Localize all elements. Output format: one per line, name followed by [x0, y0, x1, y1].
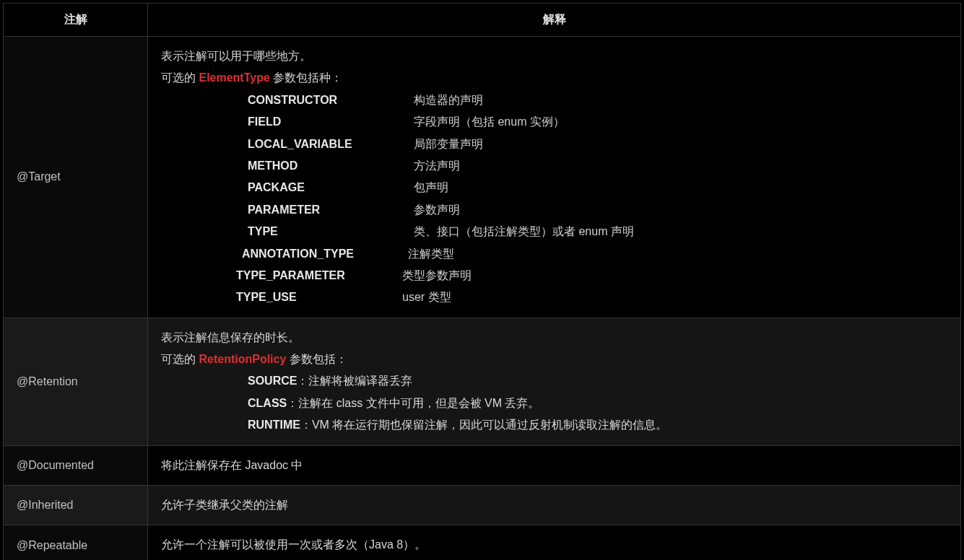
- param-item: RUNTIME：VM 将在运行期也保留注解，因此可以通过反射机制读取注解的信息。: [248, 414, 947, 436]
- param-item: PARAMETER 参数声明: [248, 199, 947, 221]
- desc-line: 表示注解可以用于哪些地方。: [161, 45, 947, 67]
- table-row: @Retention 表示注解信息保存的时长。 可选的 RetentionPol…: [4, 318, 961, 445]
- table-row: @Documented 将此注解保存在 Javadoc 中: [4, 445, 961, 485]
- param-item: CONSTRUCTOR构造器的声明: [248, 89, 947, 111]
- table-row: @Target 表示注解可以用于哪些地方。 可选的 ElementType 参数…: [4, 37, 961, 318]
- param-item: TYPE_USE user 类型: [248, 286, 947, 308]
- param-item: PACKAGE包声明: [248, 177, 947, 198]
- desc-line: 可选的 RetentionPolicy 参数包括：: [161, 349, 947, 370]
- param-item: ANNOTATION_TYPE注解类型: [248, 243, 947, 265]
- annotation-name: @Retention: [4, 318, 148, 445]
- param-item: CLASS：注解在 class 文件中可用，但是会被 VM 丢弃。: [248, 393, 947, 414]
- annotations-table: 注解 解释 @Target 表示注解可以用于哪些地方。 可选的 ElementT…: [3, 3, 961, 560]
- annotation-desc: 将此注解保存在 Javadoc 中: [148, 445, 961, 485]
- table-row: @Inherited 允许子类继承父类的注解: [4, 486, 961, 525]
- param-item: METHOD方法声明: [248, 155, 947, 177]
- highlight-term: RetentionPolicy: [199, 353, 286, 365]
- header-annotation: 注解: [4, 4, 148, 37]
- annotation-desc: 表示注解信息保存的时长。 可选的 RetentionPolicy 参数包括： S…: [148, 318, 961, 445]
- header-explanation: 解释: [148, 4, 961, 37]
- param-list: SOURCE：注解将被编译器丢弃 CLASS：注解在 class 文件中可用，但…: [248, 370, 947, 436]
- annotation-name: @Documented: [4, 445, 148, 485]
- desc-line: 表示注解信息保存的时长。: [161, 327, 947, 349]
- annotation-desc: 允许一个注解可以被使用一次或者多次（Java 8）。: [148, 525, 961, 560]
- table-row: @Repeatable 允许一个注解可以被使用一次或者多次（Java 8）。: [4, 525, 961, 560]
- desc-line: 可选的 ElementType 参数包括种：: [161, 67, 947, 89]
- annotation-name: @Target: [4, 37, 148, 318]
- param-item: TYPE类、接口（包括注解类型）或者 enum 声明: [248, 221, 947, 242]
- annotation-desc: 允许子类继承父类的注解: [148, 486, 961, 525]
- annotation-desc: 表示注解可以用于哪些地方。 可选的 ElementType 参数包括种： CON…: [148, 37, 961, 318]
- param-item: TYPE_PARAMETER类型参数声明: [248, 265, 947, 286]
- param-item: SOURCE：注解将被编译器丢弃: [248, 370, 947, 392]
- param-item: LOCAL_VARIABLE局部变量声明: [248, 134, 947, 155]
- param-list: CONSTRUCTOR构造器的声明 FIELD字段声明（包括 enum 实例） …: [248, 89, 947, 309]
- param-item: FIELD字段声明（包括 enum 实例）: [248, 111, 947, 133]
- annotation-name: @Inherited: [4, 486, 148, 525]
- highlight-term: ElementType: [199, 71, 269, 84]
- annotation-name: @Repeatable: [4, 525, 148, 560]
